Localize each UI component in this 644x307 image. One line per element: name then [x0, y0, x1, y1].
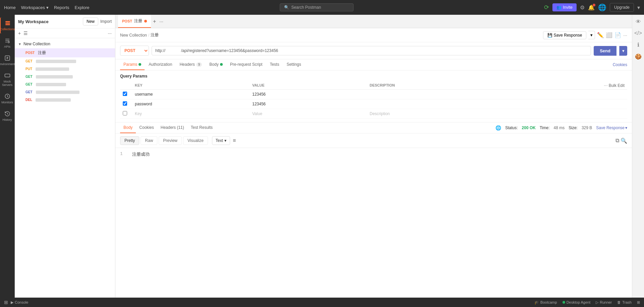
desc-password[interactable] [367, 99, 507, 109]
close-panel-btn[interactable]: 📄 [614, 32, 621, 38]
copy-button[interactable]: ⧉ [615, 138, 619, 144]
sidebar-icons: Collections APIs Environments Mock Serve… [0, 15, 15, 298]
cookies-link[interactable]: Cookies [613, 62, 627, 67]
text-format-dropdown[interactable]: Text ▾ [212, 136, 230, 145]
collection-item-2[interactable]: GET [15, 57, 115, 65]
value-username[interactable]: 123456 [250, 90, 367, 99]
search-box[interactable]: 🔍 Search Postman [280, 3, 354, 11]
body-tab-pretty[interactable]: Pretty [120, 136, 139, 145]
checkbox-empty[interactable] [120, 109, 132, 119]
collection-item-post-register[interactable]: POST 注册 [15, 48, 115, 57]
collection-name: New Collection [23, 42, 50, 46]
res-tab-headers[interactable]: Headers (11) [157, 122, 187, 133]
collection-item-3[interactable]: PUT [15, 65, 115, 73]
params-section: Query Params KEY VALUE DESCRIPTION ··· B… [115, 70, 632, 122]
nav-home[interactable]: Home [4, 5, 16, 10]
save-dropdown-button[interactable]: ▾ [588, 31, 595, 39]
send-dropdown-button[interactable]: ▾ [619, 46, 627, 56]
collection-item-7[interactable]: DEL [15, 96, 115, 104]
save-response-btn[interactable]: Save Response ▾ [596, 125, 627, 130]
tab-body[interactable]: Body [206, 59, 226, 70]
code-snippet-btn[interactable]: </> [633, 29, 643, 38]
value-placeholder[interactable]: Value [250, 109, 367, 119]
layout-toggle[interactable]: ⊞ [637, 300, 640, 305]
sidebar-item-mock-servers[interactable]: Mock Servers [0, 70, 14, 89]
sidebar-item-apis[interactable]: APIs [0, 35, 14, 51]
send-button[interactable]: Send [594, 46, 616, 56]
collection-item-5[interactable]: GET [15, 81, 115, 88]
breadcrumb-collection[interactable]: New Collection [120, 33, 147, 38]
col-desc: DESCRIPTION [367, 81, 507, 90]
add-tab-button[interactable]: + [151, 18, 158, 24]
blurred-item-2 [36, 60, 76, 63]
tab-pre-request[interactable]: Pre-request Script [227, 59, 266, 70]
import-button[interactable]: Import [100, 19, 112, 24]
sidebar-item-history[interactable]: History [0, 108, 14, 124]
body-tab-raw[interactable]: Raw [141, 136, 157, 145]
desc-placeholder[interactable]: Description [367, 109, 507, 119]
tab-more-button[interactable]: ··· [158, 19, 165, 24]
desktop-agent-item[interactable]: Desktop Agent [562, 300, 591, 304]
nav-explore[interactable]: Explore [75, 5, 90, 10]
split-icon-btn[interactable]: ⬜ [606, 32, 612, 38]
body-tab-preview[interactable]: Preview [159, 136, 182, 145]
tab-headers[interactable]: Headers 9 [176, 59, 205, 70]
col-actions: ··· Bulk Edit [507, 81, 627, 90]
topbar: Home Workspaces ▾ Reports Explore 🔍 Sear… [0, 0, 644, 15]
collection-item-6[interactable]: GET [15, 88, 115, 96]
save-button[interactable]: 💾 Save Response [543, 31, 587, 39]
key-username[interactable]: username [132, 90, 250, 99]
body-tab-visualize[interactable]: Visualize [183, 136, 208, 145]
col-value: VALUE [250, 81, 367, 90]
desc-username[interactable] [367, 90, 507, 99]
search-response-button[interactable]: 🔍 [621, 138, 627, 144]
tab-authorization[interactable]: Authorization [145, 59, 175, 70]
value-password[interactable]: 123456 [250, 99, 367, 109]
trash-item[interactable]: 🗑 Trash [617, 300, 632, 304]
more-options-sm[interactable]: ··· [623, 33, 627, 38]
new-button[interactable]: New [83, 17, 98, 25]
sync-icon[interactable]: ⟳ [544, 4, 549, 11]
res-tab-test-results[interactable]: Test Results [187, 122, 216, 133]
params-more-btn[interactable]: ··· [604, 83, 608, 88]
collection-item-4[interactable]: GET [15, 73, 115, 81]
collection-header[interactable]: ▼ New Collection [15, 40, 115, 48]
res-tab-cookies[interactable]: Cookies [136, 122, 157, 133]
info-btn[interactable]: ℹ [636, 40, 641, 49]
url-input[interactable] [152, 46, 591, 55]
checkbox-username[interactable] [120, 90, 132, 99]
tab-settings[interactable]: Settings [283, 59, 304, 70]
tab-params[interactable]: Params [120, 59, 145, 70]
avatar-icon[interactable]: 🌐 [598, 3, 606, 11]
runner-item[interactable]: ▷ Runner [596, 300, 612, 305]
add-collection-button[interactable]: + [18, 31, 21, 36]
sidebar-item-monitors[interactable]: Monitors [0, 91, 14, 107]
more-options-button[interactable]: ··· [108, 31, 112, 36]
upgrade-button[interactable]: Upgrade [610, 3, 634, 12]
checkbox-password[interactable] [120, 99, 132, 109]
invite-button[interactable]: 👥 Invite [552, 3, 577, 11]
res-tab-body[interactable]: Body [120, 122, 136, 133]
sidebar-item-environments[interactable]: Environments [0, 52, 14, 68]
method-badge-4: GET [24, 74, 34, 79]
edit-icon-btn[interactable]: ✏️ [597, 32, 604, 38]
method-badge-5: GET [24, 82, 34, 87]
key-password[interactable]: password [132, 99, 250, 109]
method-select[interactable]: POST GET PUT DELETE [120, 46, 149, 56]
format-lines-btn[interactable]: ≡ [233, 138, 236, 144]
expand-icon[interactable]: ▾ [637, 4, 640, 11]
cookies-sidebar-btn[interactable]: 🍪 [634, 52, 643, 61]
nav-workspaces[interactable]: Workspaces ▾ [21, 5, 49, 10]
filter-button[interactable]: ☰ [23, 31, 28, 36]
sidebar-item-collections[interactable]: Collections [0, 17, 14, 34]
nav-reports[interactable]: Reports [54, 5, 69, 10]
bulk-edit-btn[interactable]: Bulk Edit [609, 83, 625, 88]
key-placeholder[interactable]: Key [132, 109, 250, 119]
bootcamp-item[interactable]: 🎓 Bootcamp [534, 300, 557, 305]
settings-icon[interactable]: ⚙ [580, 4, 585, 11]
console-item[interactable]: ▶ Console [11, 300, 28, 305]
notification-icon[interactable]: 🔔 [588, 4, 595, 11]
environment-toggle-btn[interactable]: 👁 [634, 17, 642, 26]
tab-tests[interactable]: Tests [266, 59, 282, 70]
active-tab[interactable]: POST 注册 [118, 15, 151, 28]
